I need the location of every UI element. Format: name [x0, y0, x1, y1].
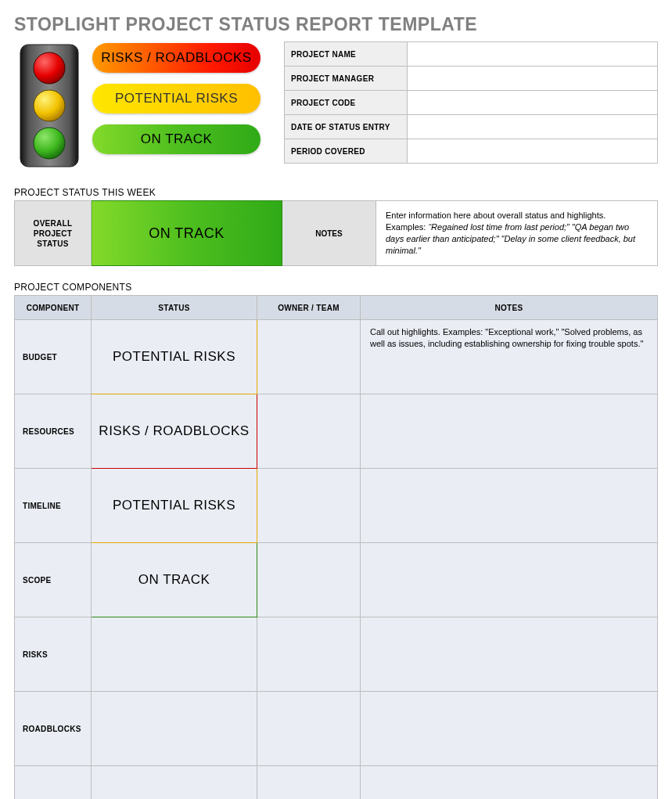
component-status[interactable]: ON TRACK: [92, 543, 257, 617]
overall-status-table: OVERALLPROJECTSTATUS ON TRACK NOTES Ente…: [14, 200, 658, 266]
component-owner[interactable]: [257, 617, 361, 692]
page-title: STOPLIGHT PROJECT STATUS REPORT TEMPLATE: [14, 14, 658, 35]
component-name: RESOURCES: [15, 394, 92, 469]
col-header-component: COMPONENT: [15, 296, 92, 320]
svg-point-2: [34, 90, 65, 121]
legend-red-pill: RISKS / ROADBLOCKS: [92, 43, 261, 73]
component-status[interactable]: [92, 766, 257, 800]
col-header-owner: OWNER / TEAM: [257, 296, 361, 320]
component-name: ROADBLOCKS: [15, 692, 92, 766]
overall-status-cell[interactable]: ON TRACK: [92, 201, 282, 266]
component-owner[interactable]: [257, 692, 361, 766]
info-label: DATE OF STATUS ENTRY: [285, 115, 408, 139]
component-status[interactable]: POTENTIAL RISKS: [92, 469, 257, 543]
component-notes[interactable]: [361, 394, 658, 469]
component-name: RISKS: [15, 617, 92, 692]
info-label: PROJECT MANAGER: [285, 67, 408, 91]
section-status-week: PROJECT STATUS THIS WEEK: [14, 187, 658, 198]
component-notes[interactable]: [361, 617, 658, 692]
table-row: TIMELINEPOTENTIAL RISKS: [15, 469, 658, 543]
legend: RISKS / ROADBLOCKS POTENTIAL RISKS ON TR…: [92, 41, 261, 154]
component-name: SCOPE: [15, 543, 92, 617]
component-status[interactable]: RISKS / ROADBLOCKS: [92, 394, 257, 469]
component-owner[interactable]: [257, 469, 361, 543]
component-owner[interactable]: [257, 766, 361, 800]
info-value-date[interactable]: [408, 115, 658, 139]
table-row: SCOPEON TRACK: [15, 543, 658, 617]
component-notes[interactable]: Call out highlights. Examples: "Exceptio…: [361, 320, 658, 394]
svg-point-1: [34, 52, 65, 84]
table-row: RISKS: [15, 617, 658, 692]
info-value-project-name[interactable]: [408, 42, 658, 67]
info-value-project-manager[interactable]: [408, 67, 658, 91]
component-owner[interactable]: [257, 543, 361, 617]
info-label: PROJECT CODE: [285, 91, 408, 115]
info-label: PROJECT NAME: [285, 42, 408, 67]
component-owner[interactable]: [257, 320, 361, 394]
col-header-status: STATUS: [92, 296, 257, 320]
table-row: OTHER: [15, 766, 658, 800]
component-status[interactable]: POTENTIAL RISKS: [92, 320, 257, 394]
component-owner[interactable]: [257, 394, 361, 469]
component-notes[interactable]: [361, 543, 658, 617]
col-header-notes: NOTES: [361, 296, 658, 320]
project-info-table: PROJECT NAME PROJECT MANAGER PROJECT COD…: [284, 41, 658, 164]
legend-green-pill: ON TRACK: [92, 124, 261, 154]
component-name: BUDGET: [15, 320, 92, 394]
overall-notes-cell[interactable]: Enter information here about overall sta…: [376, 201, 658, 266]
component-status[interactable]: [92, 692, 257, 766]
component-name: TIMELINE: [15, 469, 92, 543]
info-label: PERIOD COVERED: [285, 139, 408, 164]
component-notes[interactable]: [361, 692, 658, 766]
table-row: BUDGETPOTENTIAL RISKSCall out highlights…: [15, 320, 658, 394]
component-notes[interactable]: [361, 469, 658, 543]
component-name: OTHER: [15, 766, 92, 800]
components-table: COMPONENT STATUS OWNER / TEAM NOTES BUDG…: [14, 295, 658, 799]
table-row: RESOURCESRISKS / ROADBLOCKS: [15, 394, 658, 469]
overall-notes-header: NOTES: [282, 201, 376, 266]
component-status[interactable]: [92, 617, 257, 692]
svg-point-3: [34, 128, 65, 159]
info-value-project-code[interactable]: [408, 91, 658, 115]
legend-yellow-pill: POTENTIAL RISKS: [92, 84, 261, 113]
section-components: PROJECT COMPONENTS: [14, 282, 658, 293]
overall-status-header: OVERALLPROJECTSTATUS: [15, 201, 92, 266]
info-value-period[interactable]: [408, 139, 658, 164]
table-row: ROADBLOCKS: [15, 692, 658, 766]
header-row: RISKS / ROADBLOCKS POTENTIAL RISKS ON TR…: [14, 41, 658, 171]
stoplight-icon: [14, 41, 84, 171]
component-notes[interactable]: [361, 766, 658, 800]
